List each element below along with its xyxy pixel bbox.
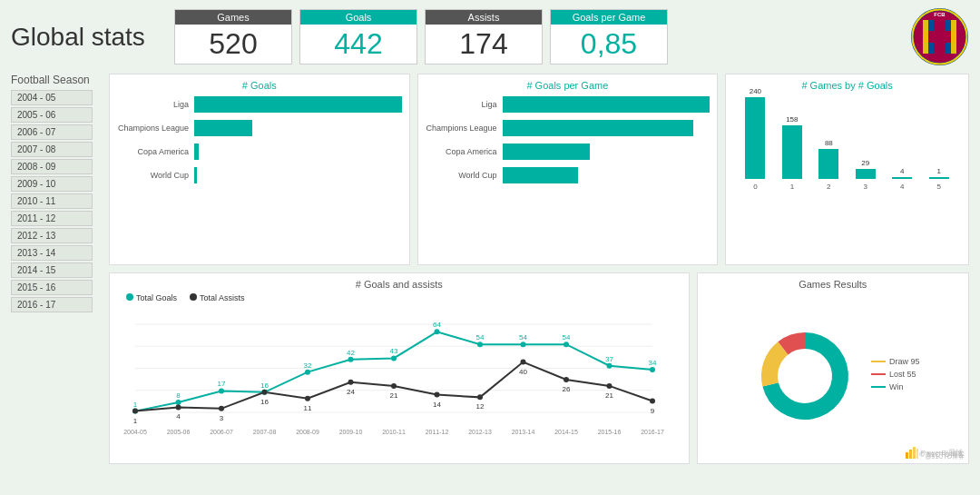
goals-point <box>477 342 483 347</box>
assists-label: 40 <box>519 368 527 376</box>
season-button[interactable]: 2013 - 14 <box>11 245 93 261</box>
kpi-card-games: Games 520 <box>174 9 292 64</box>
x-axis-label: 2015-16 <box>598 429 622 435</box>
goals-dot <box>126 293 133 301</box>
svg-rect-3 <box>934 20 946 54</box>
assists-label: 14 <box>433 401 441 409</box>
vbar-label: 5 <box>937 183 941 191</box>
goals-label: 17 <box>218 380 226 388</box>
goals-point <box>176 400 181 405</box>
bar-label: World Cup <box>117 171 194 180</box>
assists-point <box>219 406 224 411</box>
bar-fill <box>503 120 694 136</box>
goals-bar-chart: Liga 335 Champions League 94 Copa Americ… <box>117 96 402 183</box>
goals-label: 8 <box>176 391 181 400</box>
goals-label: 42 <box>347 349 355 357</box>
assists-point <box>477 394 483 400</box>
x-axis-label: 2011-12 <box>426 429 449 435</box>
vbar-fill <box>782 125 802 179</box>
gpg-chart-title: # Goals per Game <box>426 80 710 91</box>
assists-dot <box>190 293 197 301</box>
season-button[interactable]: 2008 - 09 <box>11 159 93 174</box>
donut-chart <box>746 317 864 435</box>
bar-container: 0,33 <box>503 167 710 183</box>
games-by-goals-panel: # Games by # Goals 240 0 158 1 88 2 29 3… <box>725 74 969 265</box>
assists-label: 1 <box>133 417 138 425</box>
kpi-card-assists: Assists 174 <box>425 9 543 64</box>
season-button[interactable]: 2007 - 08 <box>11 142 93 157</box>
vbar-value: 4 <box>900 167 904 175</box>
vbar-label: 4 <box>900 183 904 191</box>
goals-label: 16 <box>260 381 269 390</box>
goals-label: 54 <box>476 333 485 342</box>
kpi-cards: Games 520 Goals 442 Assists 174 Goals pe… <box>174 9 910 64</box>
bar-label: Champions League <box>426 124 503 133</box>
x-axis-label: 2006-07 <box>210 429 233 435</box>
bar-fill <box>503 144 591 160</box>
assists-label: 3 <box>220 414 224 422</box>
bar-row: Copa America 0,38 <box>426 144 710 160</box>
donut-legend-item: Lost 55 <box>871 370 920 379</box>
line-chart-legend: Total Goals Total Assists <box>117 293 681 302</box>
x-axis-label: 2004-05 <box>123 429 147 435</box>
vbar-value: 158 <box>786 115 798 124</box>
season-button[interactable]: 2015 - 16 <box>11 280 93 295</box>
legend-text: Draw 95 <box>889 357 920 366</box>
page-title: Global stats <box>11 23 156 52</box>
assists-label: 11 <box>304 404 312 412</box>
bar-label: Copa America <box>426 147 503 156</box>
fcb-logo: FCB <box>910 7 969 66</box>
donut-legend-item: Win <box>871 382 920 391</box>
vbar-label: 2 <box>827 183 830 191</box>
goals-point <box>348 357 354 362</box>
bar-fill <box>194 167 197 183</box>
goals-label: 34 <box>649 359 657 367</box>
goals-point <box>650 367 655 372</box>
svg-rect-14 <box>909 450 912 459</box>
kpi-label: Goals <box>300 10 416 25</box>
bar-container: 94 <box>194 120 402 136</box>
assists-point <box>262 390 268 395</box>
kpi-value: 442 <box>308 28 409 60</box>
vbar-label: 3 <box>864 183 867 191</box>
goals-label: 43 <box>390 347 398 355</box>
bar-label: Champions League <box>117 124 194 133</box>
bar-row: World Cup 5 <box>117 167 402 183</box>
donut-area: Draw 95Lost 55Win <box>705 295 962 456</box>
season-button[interactable]: 2012 - 13 <box>11 228 93 243</box>
bar-container: 5 <box>194 167 402 183</box>
svg-rect-13 <box>906 452 908 459</box>
bar-row: Champions League 94 <box>117 120 402 136</box>
line-chart-svg: 1817163242436454545437341431611242114124… <box>117 306 671 438</box>
bar-row: Liga 0,90 <box>426 96 710 113</box>
ga-chart-title: # Goals and assists <box>117 279 681 290</box>
bar-label: Liga <box>426 100 503 109</box>
assists-point <box>564 377 569 382</box>
season-button[interactable]: 2004 - 05 <box>11 90 93 105</box>
header: Global stats Games 520 Goals 442 Assists… <box>11 7 969 66</box>
season-button[interactable]: 2011 - 12 <box>11 211 93 226</box>
season-button[interactable]: 2014 - 15 <box>11 262 93 278</box>
season-button[interactable]: 2009 - 10 <box>11 176 93 192</box>
vbar-fill <box>856 169 876 179</box>
svg-rect-5 <box>951 20 956 54</box>
goals-point <box>391 355 397 361</box>
season-button[interactable]: 2006 - 07 <box>11 124 93 140</box>
powerbi-icon <box>905 445 919 460</box>
svg-rect-16 <box>916 449 918 459</box>
gbg-chart-title: # Games by # Goals <box>733 80 961 91</box>
season-button[interactable]: 2010 - 11 <box>11 193 93 209</box>
season-button[interactable]: 2016 - 17 <box>11 297 93 312</box>
goals-label: 1 <box>133 401 138 409</box>
season-button[interactable]: 2005 - 06 <box>11 107 93 123</box>
x-axis-label: 2005-06 <box>167 429 191 435</box>
bar-fill <box>503 167 579 183</box>
vbar-fill <box>929 177 949 179</box>
x-axis-label: 2008-09 <box>296 429 319 435</box>
vbar-label: 0 <box>753 183 757 191</box>
assists-point <box>521 360 526 365</box>
goals-point <box>305 370 310 375</box>
goals-point <box>219 388 224 393</box>
kpi-label: Assists <box>426 10 542 25</box>
legend-text: Win <box>889 382 904 391</box>
